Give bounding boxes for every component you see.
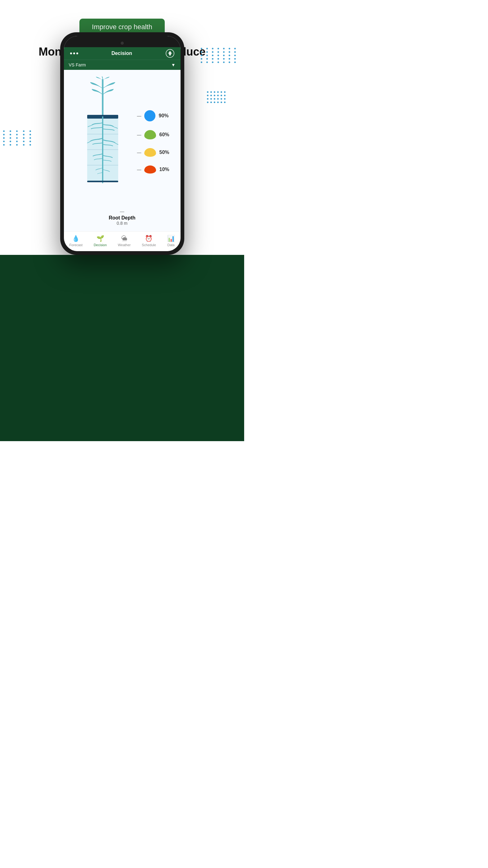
moisture-dash-1: — <box>137 113 141 118</box>
data-icon: 📊 <box>167 235 175 242</box>
decision-icon: 🌱 <box>96 235 104 242</box>
weather-icon: 🌦 <box>121 235 128 242</box>
camera-dot <box>121 41 124 45</box>
bottom-nav: 💧 Forecast 🌱 Decision 🌦 Weather ⏰ Schedu… <box>64 231 181 251</box>
chevron-down-icon: ▼ <box>171 62 175 67</box>
status-dots <box>70 53 78 54</box>
moisture-levels: — 90% — 60% — <box>137 104 169 174</box>
moisture-row-4: — 10% <box>137 165 169 174</box>
moisture-pct-1: 90% <box>159 113 168 119</box>
dots-decoration-top-right: // inline dots <box>201 19 238 50</box>
nav-item-data[interactable]: 📊 Data <box>167 235 175 247</box>
root-depth-value: 0.8 m <box>69 221 175 226</box>
nav-item-schedule[interactable]: ⏰ Schedule <box>142 235 156 247</box>
moisture-indicator-3 <box>144 148 156 157</box>
phone-notch <box>64 36 181 47</box>
root-depth-section: — Root Depth 0.8 m <box>69 207 175 226</box>
app-icon <box>166 49 174 58</box>
schedule-icon: ⏰ <box>145 235 153 242</box>
moisture-row-3: — 50% <box>137 148 169 157</box>
root-depth-label: Root Depth <box>69 215 175 221</box>
main-content: — 90% — 60% — <box>64 70 181 231</box>
moisture-dash-3: — <box>137 150 141 155</box>
moisture-pct-3: 50% <box>159 150 169 155</box>
moisture-dash-4: — <box>137 167 141 172</box>
dots-decoration-mid-right <box>207 91 226 103</box>
nav-label-data: Data <box>167 243 174 247</box>
moisture-indicator-1 <box>144 110 156 121</box>
moisture-indicator-2 <box>144 130 156 140</box>
nav-label-weather: Weather <box>118 243 131 247</box>
plant-visualization: — 90% — 60% — <box>69 76 175 202</box>
svg-rect-9 <box>87 181 118 182</box>
moisture-row-2: — 60% <box>137 130 169 140</box>
nav-item-forecast[interactable]: 💧 Forecast <box>69 235 83 247</box>
root-depth-dash: — <box>69 209 175 214</box>
app-title: Decision <box>111 51 132 56</box>
plant-illustration <box>75 76 131 202</box>
moisture-indicator-4 <box>144 165 156 174</box>
nav-item-weather[interactable]: 🌦 Weather <box>118 235 131 247</box>
status-bar: Decision <box>64 47 181 60</box>
nav-label-schedule: Schedule <box>142 243 156 247</box>
moisture-pct-4: 10% <box>159 167 169 172</box>
farm-name-label: VS Farm <box>69 62 86 67</box>
moisture-dash-2: — <box>137 132 141 137</box>
nav-label-forecast: Forecast <box>69 243 83 247</box>
bottom-section <box>0 255 244 441</box>
nav-label-decision: Decision <box>94 243 107 247</box>
forecast-icon: 💧 <box>72 235 80 242</box>
nav-item-decision[interactable]: 🌱 Decision <box>94 235 107 247</box>
moisture-pct-2: 60% <box>159 132 169 137</box>
farm-selector[interactable]: VS Farm ▼ <box>64 60 181 70</box>
phone-mockup: Decision VS Farm ▼ <box>60 32 184 255</box>
moisture-row-1: — 90% <box>137 110 169 121</box>
